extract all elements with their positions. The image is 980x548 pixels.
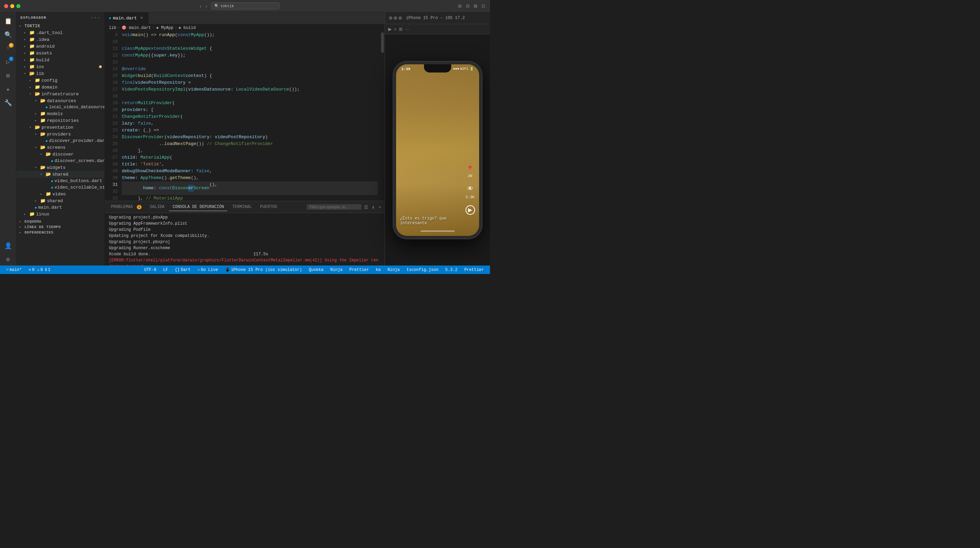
sidebar-item-discover-provider[interactable]: ◆ discover_provider.dart [16,137,105,144]
terminal-content[interactable]: Upgrading project.pbxApp Upgrading AppFr… [105,213,385,266]
status-errors[interactable]: ✕ 0 ⚠ 0 ℹ 1 [27,266,52,274]
status-branch[interactable]: ⑂ main* [4,266,24,274]
tab-salida[interactable]: SALIDA [146,203,168,211]
status-prettier2[interactable]: Prettier [462,266,486,274]
sidebar-item-providers[interactable]: ▾ 📂 providers [16,131,105,137]
sidebar-section-linea-de-tiempo[interactable]: ▸ LÍNEA DE TIEMPO [16,224,105,230]
sim-run-button[interactable]: ▶ [388,26,392,32]
status-prettier[interactable]: Prettier [347,266,371,274]
maximize-window-button[interactable] [16,4,21,8]
sidebar-section-dependencies[interactable]: ▸ DEPENDENCIES [16,230,105,235]
status-go-live[interactable]: ○ Go Live [195,266,220,274]
linea-arrow: ▸ [19,225,24,229]
tab-puertos[interactable]: PUERTOS [256,203,280,211]
repositories-folder-icon: 📁 [40,118,46,123]
status-language[interactable]: {} Dart [173,266,192,274]
activity-search[interactable]: 🔍 [2,29,14,41]
sim-dot-2 [394,16,397,20]
layout-button-1[interactable]: ⊞ [457,3,463,9]
activity-dart[interactable]: ◈ [2,83,14,95]
terminal-list-view-button[interactable]: ☰ [363,204,369,210]
nav-back-button[interactable]: ‹ [198,3,203,10]
sidebar-item-main-dart[interactable]: ◆ main.dart [16,204,105,211]
shared-widgets-arrow: ▾ [40,172,46,176]
sidebar-item-android[interactable]: ▸ 📁 android [16,43,105,50]
sim-more-button[interactable]: ··· [404,26,410,32]
activity-source-control[interactable]: ⑂ 6 [2,42,14,54]
sidebar-item-config[interactable]: ▸ 📁 config [16,77,105,84]
scrollbar[interactable] [380,32,385,201]
tab-problemas[interactable]: PROBLEMAS 1 [108,203,145,211]
sidebar-menu-button[interactable]: ··· [91,15,100,21]
status-ninja2[interactable]: Ninja [385,266,402,274]
sidebar-item-assets[interactable]: ▸ 📁 assets [16,50,105,56]
sidebar-item-repositories[interactable]: ▸ 📁 repositories [16,117,105,124]
tab-terminal[interactable]: TERMINAL [229,203,255,211]
terminal-collapse-button[interactable]: ∧ [371,204,375,210]
tree-root-toktik[interactable]: ▾ TOKTIK [16,23,105,29]
sidebar-item-ios[interactable]: ▸ 📁 ios [16,63,105,70]
status-ka[interactable]: ka [374,266,382,274]
sidebar-item-discover-folder[interactable]: ▾ 📂 discover [16,151,105,158]
sidebar-item-shared-lib[interactable]: ▸ 📁 shared [16,198,105,204]
code-editor[interactable]: 9 10 11 12 13 14 15 16 17 18 19 20 21 22… [105,32,385,201]
sidebar-item-presentation[interactable]: ▾ 📂 presentation [16,124,105,131]
layout-button-4[interactable]: ⊡ [481,3,486,9]
close-window-button[interactable] [4,4,8,8]
code-line-9: void main() => runApp(const MyApp()); [122,32,378,38]
code-line-10 [122,38,378,45]
sidebar-item-shared-widgets[interactable]: ▾ 📂 shared [16,171,105,178]
activity-explorer[interactable]: 📋 [2,15,14,27]
sidebar-item-dart-tool[interactable]: ▸ 📁 .dart_tool [16,29,105,36]
sim-layout-button[interactable]: ⊞ [398,26,403,32]
sim-run-dropdown-button[interactable]: ▾ [394,27,397,32]
sidebar-item-idea[interactable]: ▸ 📁 .idea [16,36,105,43]
tab-main-dart[interactable]: ◆ main.dart × [105,12,149,24]
sidebar-item-infraestrucure[interactable]: ▾ 📂 infraestrucure [16,91,105,97]
sidebar-item-lib[interactable]: ▾ 📂 lib [16,70,105,77]
breadcrumb-myapp[interactable]: ◈ MyApp [156,25,173,30]
breadcrumb-lib[interactable]: lib [109,25,116,30]
status-encoding[interactable]: UTF-8 [142,266,158,274]
discover-arrow: ▾ [40,152,46,156]
sidebar-item-domain[interactable]: ▸ 📁 domain [16,84,105,91]
activity-extensions[interactable]: ⊞ [2,69,14,82]
breadcrumb-main-dart[interactable]: 🎯 main.dart [121,25,151,30]
status-quokka[interactable]: Quokka [307,266,325,274]
sidebar-item-video-buttons[interactable]: ◆ video_buttons.dart [16,178,105,184]
activity-accounts[interactable]: 👤 [2,240,14,252]
status-line-ending[interactable]: LF [161,266,170,274]
activity-tools[interactable]: 🔧 [2,97,14,109]
linux-arrow: ▸ [24,212,29,216]
sidebar-item-datasources[interactable]: ▾ 📂 datasources [16,97,105,104]
sidebar-item-build[interactable]: ▸ 📁 build [16,56,105,63]
code-content[interactable]: void main() => runApp(const MyApp()); cl… [122,32,380,201]
sidebar-item-video-folder[interactable]: ▸ 📁 video [16,191,105,198]
code-line-19: return MultiProvider( [122,100,378,107]
sidebar-item-local-videos-datasource[interactable]: ◆ local_videos_datasource_imp... [16,104,105,110]
nav-forward-button[interactable]: › [204,3,208,10]
sidebar-item-widgets[interactable]: ▾ 📂 widgets [16,164,105,171]
sidebar-item-models[interactable]: ▸ 📁 models [16,110,105,117]
sidebar-item-video-scrollable[interactable]: ◆ video_scrollable_view.dart [16,184,105,191]
terminal-close-button[interactable]: × [378,204,382,210]
sidebar-item-linux[interactable]: ▸ 📁 linux [16,211,105,218]
status-tsconfig[interactable]: tsconfig.json [404,266,441,274]
activity-settings[interactable]: ⚙ [2,253,14,266]
status-device[interactable]: 📱 iPhone 15 Pro (ios simulator) [223,266,304,274]
search-bar[interactable]: 🔍 toktik [211,2,279,10]
status-version[interactable]: 5.3.2 [443,266,460,274]
sidebar-item-discover-screen[interactable]: ◆ discover_screen.dart [16,158,105,164]
tab-consola-depuracion[interactable]: CONSOLA DE DEPURACIÓN [169,203,227,211]
status-ninja1[interactable]: Ninja [328,266,345,274]
discover-screen-label: discover_screen.dart [54,158,105,163]
breadcrumb-build[interactable]: ◈ build [179,25,196,30]
tab-close-button[interactable]: × [139,15,144,21]
activity-run[interactable]: ▷ 1 [2,56,14,68]
layout-button-3[interactable]: ⊠ [473,3,478,9]
sidebar-section-esquema[interactable]: ▸ ESQUEMA [16,219,105,224]
sidebar-item-screens[interactable]: ▾ 📂 screens [16,144,105,151]
terminal-filter-input[interactable] [307,204,361,210]
minimize-window-button[interactable] [10,4,14,8]
layout-button-2[interactable]: ⊟ [465,3,470,9]
